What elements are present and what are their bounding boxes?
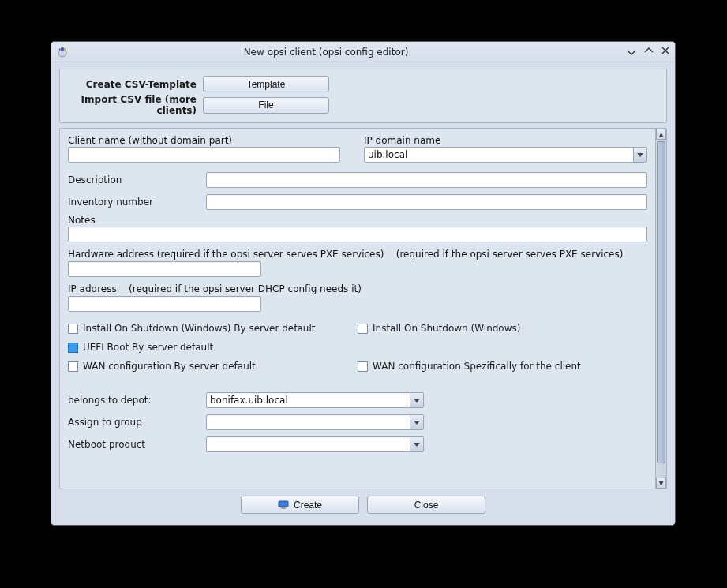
uefi-default-checkbox[interactable] bbox=[68, 343, 78, 353]
group-combobox[interactable] bbox=[206, 414, 424, 430]
chevron-down-icon bbox=[410, 393, 423, 407]
svg-rect-6 bbox=[280, 508, 286, 509]
create-button-label: Create bbox=[294, 500, 322, 511]
window-title: New opsi client (opsi config editor) bbox=[51, 47, 626, 58]
depot-label: belongs to depot: bbox=[68, 395, 206, 406]
dialog-window: New opsi client (opsi config editor) Cre… bbox=[51, 41, 676, 526]
wan-client-checkbox[interactable] bbox=[358, 361, 368, 372]
chevron-down-icon bbox=[410, 437, 423, 451]
description-input[interactable] bbox=[206, 172, 647, 188]
titlebar: New opsi client (opsi config editor) bbox=[51, 42, 675, 62]
inventory-input[interactable] bbox=[206, 194, 647, 210]
netboot-combobox[interactable] bbox=[206, 436, 424, 452]
ios-default-checkbox[interactable] bbox=[68, 324, 78, 334]
create-button[interactable]: Create bbox=[241, 496, 359, 514]
chevron-down-icon bbox=[633, 148, 646, 162]
monitor-icon bbox=[278, 500, 289, 509]
maximize-icon[interactable] bbox=[643, 45, 654, 58]
ios-label: Install On Shutdown (Windows) bbox=[373, 323, 520, 334]
client-name-input[interactable] bbox=[68, 147, 340, 163]
ip-domain-combobox[interactable]: uib.local bbox=[364, 147, 647, 163]
minimize-icon[interactable] bbox=[626, 45, 637, 58]
hw-addr-input[interactable] bbox=[68, 261, 261, 277]
ip-domain-value: uib.local bbox=[368, 149, 407, 160]
client-area: Create CSV-Template Template Import CSV … bbox=[51, 62, 675, 525]
ip-addr-hint: (required if the opsi server DHCP config… bbox=[129, 283, 362, 294]
window-controls bbox=[626, 45, 670, 58]
form-scroll-content: Client name (without domain part) IP dom… bbox=[60, 129, 655, 489]
vertical-scrollbar[interactable]: ▲ ▼ bbox=[655, 129, 666, 489]
dialog-footer: Create Close bbox=[59, 489, 667, 519]
notes-label: Notes bbox=[68, 215, 647, 226]
svg-point-1 bbox=[61, 47, 64, 50]
scroll-thumb[interactable] bbox=[657, 141, 665, 463]
scroll-up-arrow[interactable]: ▲ bbox=[656, 129, 666, 140]
svg-rect-5 bbox=[282, 507, 285, 508]
ios-default-label: Install On Shutdown (Windows) By server … bbox=[83, 323, 315, 334]
csv-panel: Create CSV-Template Template Import CSV … bbox=[59, 69, 667, 123]
file-button[interactable]: File bbox=[203, 97, 329, 114]
wan-default-label: WAN configuration By server default bbox=[83, 361, 256, 372]
app-icon bbox=[56, 46, 69, 58]
chevron-down-icon bbox=[410, 415, 423, 429]
uefi-default-label: UEFI Boot By server default bbox=[83, 342, 213, 353]
depot-value: bonifax.uib.local bbox=[210, 395, 288, 406]
template-button[interactable]: Template bbox=[203, 76, 329, 92]
svg-point-2 bbox=[59, 48, 61, 50]
close-button[interactable]: Close bbox=[367, 496, 485, 514]
hw-addr-hint: (required if the opsi server serves PXE … bbox=[396, 249, 624, 260]
ios-checkbox[interactable] bbox=[358, 324, 368, 334]
client-name-label: Client name (without domain part) bbox=[68, 135, 340, 146]
netboot-label: Netboot product bbox=[68, 439, 206, 450]
depot-combobox[interactable]: bonifax.uib.local bbox=[206, 392, 424, 408]
wan-default-checkbox[interactable] bbox=[68, 361, 78, 372]
inventory-label: Inventory number bbox=[68, 197, 206, 208]
import-csv-label: Import CSV file (more clients) bbox=[65, 94, 203, 116]
svg-rect-4 bbox=[279, 501, 288, 507]
notes-input[interactable] bbox=[68, 227, 647, 242]
wan-client-label: WAN configuration Spezifically for the c… bbox=[373, 361, 581, 372]
hw-addr-label: Hardware address (required if the opsi s… bbox=[68, 249, 384, 260]
svg-point-3 bbox=[64, 48, 66, 50]
scroll-down-arrow[interactable]: ▼ bbox=[656, 478, 666, 489]
close-button-label: Close bbox=[414, 500, 439, 511]
csv-template-label: Create CSV-Template bbox=[65, 79, 203, 90]
ip-addr-label: IP address bbox=[68, 283, 117, 294]
form-panel: Client name (without domain part) IP dom… bbox=[59, 128, 667, 489]
description-label: Description bbox=[68, 174, 206, 185]
close-icon[interactable] bbox=[661, 46, 670, 58]
group-label: Assign to group bbox=[68, 417, 206, 428]
ip-addr-input[interactable] bbox=[68, 296, 261, 312]
ip-domain-label: IP domain name bbox=[364, 135, 647, 146]
